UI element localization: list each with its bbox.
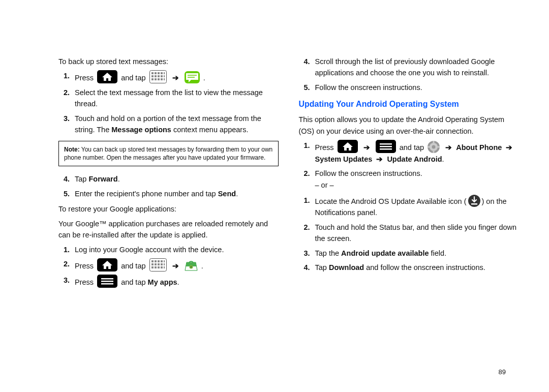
step-text: Log into your Google account with the de…	[75, 244, 279, 255]
menu-lines-icon	[376, 140, 396, 153]
step-number: 1.	[299, 195, 310, 219]
step-number: 3.	[58, 275, 70, 288]
restore-para: Your Google™ application purchases are r…	[58, 218, 279, 241]
arrow-icon: ➔	[363, 143, 370, 152]
step-text: Follow the onscreen instructions.	[315, 82, 519, 93]
step-number: 5.	[299, 82, 310, 93]
restore-intro: To restore your Google applications:	[58, 203, 279, 215]
step-text: Press and tap ➔ .	[75, 70, 279, 83]
step-number: 2.	[58, 87, 70, 110]
right-column: 4. Scroll through the list of previously…	[299, 56, 519, 377]
section-heading-update: Updating Your Android Operating System	[299, 98, 519, 111]
page-number: 89	[499, 368, 506, 376]
update-steps-b: 1. Locate the Android OS Update Availabl…	[299, 195, 519, 274]
step-text: Touch and hold on a portion of the text …	[75, 113, 279, 136]
step-number: 1.	[299, 140, 310, 165]
step-number: 5.	[58, 188, 70, 199]
apps-grid-icon	[149, 258, 167, 272]
step-text: Touch and hold the Status bar, and then …	[315, 222, 519, 245]
left-column: To back up stored text messages: 1. Pres…	[58, 56, 279, 377]
step-text: Tap Forward.	[75, 173, 279, 185]
arrow-icon: ➔	[445, 143, 452, 152]
step-number: 4.	[299, 262, 310, 273]
step-text: Follow the onscreen instructions. – or –	[315, 168, 519, 191]
arrow-icon: ➔	[376, 155, 383, 163]
home-icon	[97, 70, 117, 83]
step-text: Select the text message from the list to…	[75, 87, 279, 110]
step-text: Scroll through the list of previously do…	[315, 56, 519, 79]
step-text: Enter the recipient's phone number and t…	[75, 188, 279, 199]
backup-intro: To back up stored text messages:	[58, 56, 279, 67]
backup-steps: 1. Press and tap ➔ . 2. Select the text …	[58, 70, 279, 135]
manual-page: To back up stored text messages: 1. Pres…	[0, 0, 549, 392]
step-number: 2.	[58, 258, 70, 272]
update-steps-a: 1. Press ➔ and tap ➔ About Phone ➔ Syste…	[299, 140, 519, 191]
step-text: Press ➔ and tap ➔ About Phone ➔ System U…	[315, 140, 519, 165]
backup-steps-cont: 4. Tap Forward. 5. Enter the recipient's…	[58, 173, 279, 199]
menu-lines-icon	[97, 275, 117, 288]
apps-grid-icon	[149, 70, 167, 83]
restore-steps-cont: 4. Scroll through the list of previously…	[299, 56, 519, 93]
update-para: This option allows you to update the And…	[299, 114, 519, 137]
arrow-icon: ➔	[172, 262, 179, 270]
arrow-icon: ➔	[172, 74, 179, 82]
market-bag-icon	[185, 259, 198, 272]
step-number: 2.	[299, 222, 310, 245]
step-number: 1.	[58, 244, 70, 255]
step-number: 3.	[58, 113, 70, 136]
step-text: Tap the Android update available field.	[315, 248, 519, 259]
messaging-icon	[185, 71, 200, 83]
note-body: You can back up stored text messages by …	[64, 146, 272, 161]
step-text: Press and tap My apps.	[75, 275, 279, 288]
step-text: Locate the Android OS Update Available i…	[315, 195, 519, 219]
arrow-icon: ➔	[506, 143, 512, 152]
step-text: Press and tap ➔ .	[75, 258, 279, 272]
step-number: 4.	[58, 173, 70, 185]
step-number: 1.	[58, 70, 70, 83]
home-icon	[97, 258, 117, 272]
settings-gear-icon	[428, 141, 440, 153]
download-icon	[468, 195, 480, 207]
step-text: Tap Download and follow the onscreen ins…	[315, 262, 519, 273]
note-box: Note: You can back up stored text messag…	[58, 141, 279, 166]
restore-steps: 1. Log into your Google account with the…	[58, 244, 279, 288]
home-icon	[338, 140, 358, 153]
step-number: 4.	[299, 56, 310, 79]
step-number: 3.	[299, 248, 310, 259]
step-number: 2.	[299, 168, 310, 191]
or-separator: – or –	[315, 181, 334, 189]
note-label: Note:	[64, 146, 80, 153]
